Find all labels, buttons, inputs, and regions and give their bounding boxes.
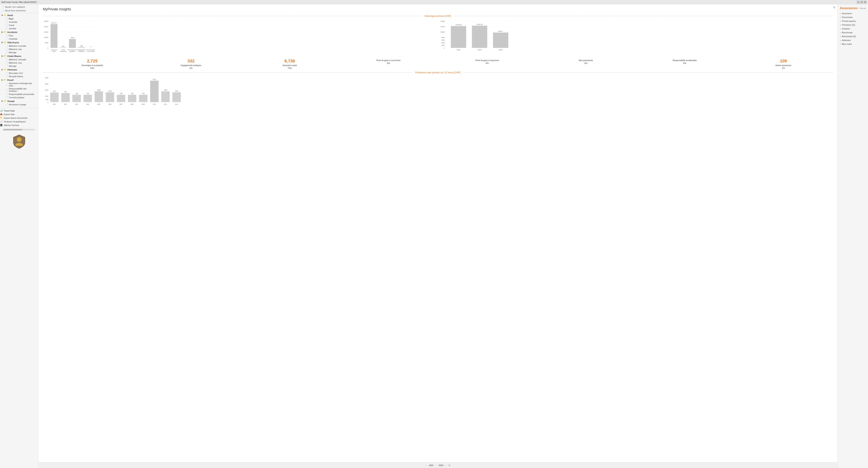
next-right-arrow[interactable]: →: [445, 464, 447, 466]
chart-by-year: 14000 12000 10000 8000 6000 4000 2000 0: [439, 19, 833, 54]
menu-bloc-notes[interactable]: ● Bloc-notes: [838, 42, 868, 46]
svg-rect-53: [493, 33, 508, 48]
doc-icon: 📄: [5, 37, 8, 40]
menu-benchmark-g[interactable]: ● Benchmark [G]: [838, 34, 868, 38]
nav-archive[interactable]: 🗄️ Afficher l'archive: [0, 123, 38, 127]
menu-primes-payees[interactable]: ● Primes payées: [838, 19, 868, 23]
menu-assurance[interactable]: ● Assurance: [838, 11, 868, 15]
stat-resp-exc-label: Responsabilité excédentaire: [635, 59, 734, 62]
doc-icon: 📄: [5, 27, 8, 30]
svg-text:12000: 12000: [440, 26, 445, 28]
accidents-charlotte[interactable]: 📄 Charlotte: [4, 37, 38, 40]
tree-group-sante-header[interactable]: ▶ 📁 Santé: [0, 13, 38, 17]
svg-text:913: 913: [64, 91, 67, 93]
stat-dommages-pct: 23%: [43, 67, 142, 69]
top-right-nav: ↰: [833, 6, 835, 9]
stat-engagements-value: 332: [142, 59, 241, 64]
menu-sinistres[interactable]: ● Sinistres: [838, 27, 868, 31]
sante-jennifer[interactable]: 📄 Jennifer: [4, 27, 38, 30]
svg-text:0: 0: [48, 47, 49, 49]
vehicules-renault[interactable]: 📄 Renault Koleos: [4, 75, 38, 78]
stat-court-terme: Perte de gains à court terme 0%: [339, 59, 438, 69]
tree-group-accidents-header[interactable]: ▶ 📁 Accidents: [0, 30, 38, 34]
stat-mort-label: Mort prématurée: [537, 59, 636, 62]
chalet-menage[interactable]: 📄 Ménage: [4, 64, 38, 68]
bullet-icon: ●: [840, 39, 841, 41]
vehicules-mercedes[interactable]: 📄 Mercedes CLA: [4, 71, 38, 75]
sidebar: 📄 Ajouter une catégorie 📄 Ajout d'une as…: [0, 4, 38, 468]
nav-export-data-docs[interactable]: 📁 Export data & documents: [0, 116, 38, 120]
svg-text:984: 984: [53, 90, 56, 92]
filter-icon[interactable]: ⊟: [448, 464, 450, 466]
svg-text:propriété: propriété: [70, 51, 75, 52]
doc-icon: 📄: [5, 21, 8, 23]
maximize-button[interactable]: □: [860, 1, 863, 3]
passif-label: Passif: [7, 79, 13, 81]
font-size-icon[interactable]: Aa aa: [860, 7, 866, 9]
sidebar-scrollbar[interactable]: [3, 129, 35, 130]
villa-bat-incendie[interactable]: 📄 Bâtiment, incendie: [4, 44, 38, 48]
svg-text:8062.7: 8062.7: [498, 30, 503, 32]
passif-resp-emp[interactable]: 📄 Responsabilité des employe...: [4, 87, 38, 93]
pin-icon[interactable]: ↗: [858, 7, 859, 9]
villa-bat-eau[interactable]: 📄 Bâtiment, eau: [4, 48, 38, 51]
tree-group-villa-header[interactable]: ▶ 📁 Villa Acacia: [0, 40, 38, 44]
svg-text:M05: M05: [97, 103, 100, 105]
titlebar-controls: — □ ✕: [857, 1, 866, 3]
passif-chomage[interactable]: 📄 Assurance chômage des sala...: [4, 82, 38, 87]
svg-text:10000: 10000: [44, 37, 49, 38]
tree-group-chalet-header[interactable]: ▶ 📁 Chalet Bianca: [0, 54, 38, 58]
add-insurance-action[interactable]: 📄 Ajout d'une assurance: [2, 9, 37, 12]
menu-documents[interactable]: ● Documents: [838, 15, 868, 19]
voyage-assurance[interactable]: 📄 Assurance voyage: [4, 103, 38, 106]
add-category-action[interactable]: 📄 Ajouter une catégorie: [2, 5, 37, 9]
menu-adresses[interactable]: ● Adresses: [838, 38, 868, 42]
vehicules-label: Véhicules: [7, 68, 17, 71]
nav-rapportage[interactable]: 📊 Rapportage: [0, 109, 38, 113]
next-left-arrow[interactable]: →: [435, 464, 437, 466]
villa-menage[interactable]: 📄 Ménage: [4, 51, 38, 54]
menu-benchmark[interactable]: ● Benchmark: [838, 31, 868, 34]
svg-text:M04: M04: [86, 103, 89, 105]
chalet-bat-eau[interactable]: 📄 Bâtiment, eau: [4, 61, 38, 64]
sante-paul[interactable]: 📄 Paul: [4, 17, 38, 20]
svg-text:728: 728: [86, 93, 89, 94]
stat-mort-pct: 0%: [537, 62, 636, 64]
sante-charlotte[interactable]: 📄 Charlotte: [4, 20, 38, 24]
accidents-paul[interactable]: 📄 Paul: [4, 34, 38, 37]
passif-resp-pers[interactable]: 📄 Responsabilité personnelle: [4, 93, 38, 96]
minimize-button[interactable]: —: [857, 1, 860, 3]
stat-resp-exc-pct: 0%: [635, 62, 734, 64]
navigation-arrow-icon[interactable]: ↰: [833, 6, 835, 9]
doc-icon: 📄: [5, 93, 8, 95]
close-button[interactable]: ✕: [864, 1, 866, 3]
svg-text:2500: 2500: [45, 77, 48, 79]
titlebar: MyPrivate Family Office [Build 80287] — …: [0, 0, 868, 4]
add-insurance-label: Ajout d'une assurance: [5, 9, 26, 12]
menu-previsions-g[interactable]: ● Prévisions [G]: [838, 23, 868, 27]
tree-group-passif-header[interactable]: ▶ 📁 Passif: [0, 78, 38, 82]
passif-conseil[interactable]: 📄 Conseil juridique: [4, 96, 38, 99]
nav-analyses[interactable]: 📈 Analyses et graphiques: [0, 120, 38, 123]
voyage-children: 📄 Assurance voyage: [0, 103, 38, 106]
svg-rect-100: [173, 92, 181, 102]
svg-rect-97: [161, 91, 170, 102]
tree-group-voyage-header[interactable]: ▶ 📁 Voyage: [0, 99, 38, 103]
category-bar-chart: 25000 20000 15000 10000 5000 0 22113.7: [43, 19, 96, 54]
accidents-children: 📄 Paul 📄 Charlotte: [0, 34, 38, 40]
chalet-bat-incendie[interactable]: 📄 Bâtiment, incendie: [4, 58, 38, 61]
stat-sante-pct: 73%: [240, 67, 339, 69]
folder-icon: ▶: [2, 68, 3, 71]
folder-icon2: 📁: [4, 41, 6, 44]
tree-group-vehicules-header[interactable]: ▶ 📁 Véhicules: [0, 68, 38, 71]
svg-text:20000: 20000: [44, 26, 49, 28]
sante-frank[interactable]: 📄 Frank: [4, 24, 38, 27]
folder-icon: ▶: [2, 31, 3, 33]
stat-autres: 109 Autres assurances 1%: [734, 59, 833, 69]
svg-text:Dommages à la: Dommages à la: [68, 49, 77, 51]
nav-export-data[interactable]: 📤 Export data: [0, 113, 38, 116]
stat-court-terme-label: Perte de gains à court terme: [339, 59, 438, 62]
nav-year-right: 2023: [439, 464, 443, 466]
prev-year-arrow[interactable]: ←: [425, 464, 428, 466]
doc-icon: 📄: [5, 61, 8, 64]
